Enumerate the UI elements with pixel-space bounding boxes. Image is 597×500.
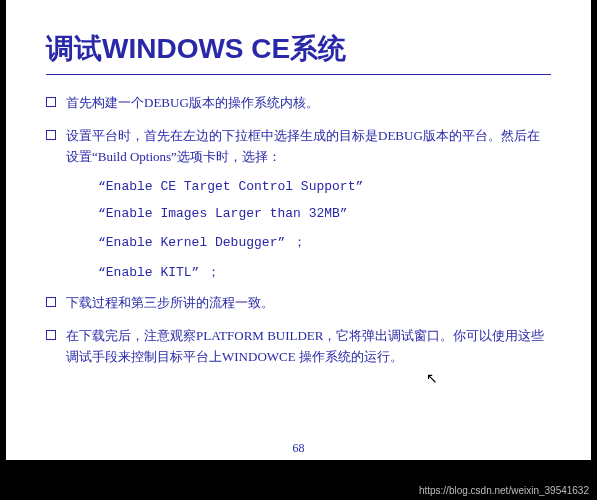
cursor-icon: ↖ [426,370,438,387]
bullet-text: 下载过程和第三步所讲的流程一致。 [66,293,551,314]
bullet-text: 设置平台时，首先在左边的下拉框中选择生成的目标是DEBUG版本的平台。然后在设置… [66,126,551,168]
sub-option: “Enable Kernel Debugger” ； [98,233,551,251]
sub-option: “Enable Images Larger than 32MB” [98,206,551,221]
bullet-item: 首先构建一个DEBUG版本的操作系统内核。 [46,93,551,114]
sub-option: “Enable KITL” ； [98,263,551,281]
watermark: https://blog.csdn.net/weixin_39541632 [419,485,589,496]
square-bullet-icon [46,297,56,307]
bullet-item: 在下载完后，注意观察PLATFORM BUILDER，它将弹出调试窗口。你可以使… [46,326,551,368]
page-number: 68 [293,441,305,456]
bullet-item: 下载过程和第三步所讲的流程一致。 [46,293,551,314]
bullet-text: 首先构建一个DEBUG版本的操作系统内核。 [66,93,551,114]
sub-option: “Enable CE Target Control Support” [98,179,551,194]
bullet-item: 设置平台时，首先在左边的下拉框中选择生成的目标是DEBUG版本的平台。然后在设置… [46,126,551,168]
square-bullet-icon [46,330,56,340]
square-bullet-icon [46,130,56,140]
slide: 调试WINDOWS CE系统 首先构建一个DEBUG版本的操作系统内核。 设置平… [6,0,591,460]
bullet-text: 在下载完后，注意观察PLATFORM BUILDER，它将弹出调试窗口。你可以使… [66,326,551,368]
title-underline [46,74,551,75]
slide-title: 调试WINDOWS CE系统 [46,30,551,68]
square-bullet-icon [46,97,56,107]
